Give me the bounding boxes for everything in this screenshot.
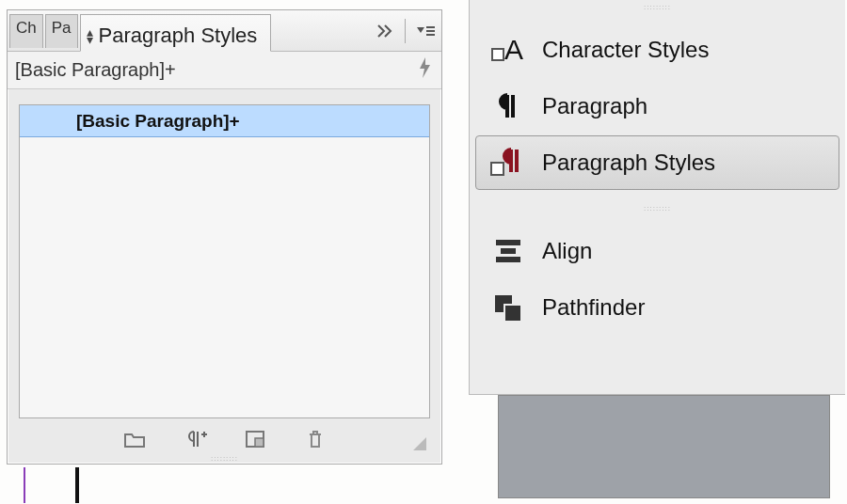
dock-item-align[interactable]: Align	[475, 224, 839, 278]
dock-item-character-styles[interactable]: A Character Styles	[475, 23, 839, 77]
svg-rect-0	[426, 26, 435, 28]
dock-item-pathfinder[interactable]: Pathfinder	[475, 280, 839, 335]
tab-collapse-arrows-icon[interactable]: ▴▾	[87, 28, 93, 43]
pathfinder-icon	[491, 291, 525, 324]
dock-item-label: Pathfinder	[542, 294, 645, 321]
document-edge-frame	[75, 467, 79, 503]
dock-group-object: Align Pathfinder	[470, 218, 845, 346]
panel-tab-strip: Ch Pa ▴▾ Paragraph Styles	[8, 10, 441, 52]
dock-item-label: Paragraph Styles	[542, 150, 715, 176]
expand-panel-icon[interactable]	[375, 20, 397, 42]
panel-header-controls	[375, 10, 436, 52]
paragraph-styles-icon	[491, 146, 525, 180]
dock-item-paragraph-styles[interactable]: Paragraph Styles	[475, 135, 839, 190]
quick-apply-icon[interactable]	[417, 56, 432, 85]
svg-rect-5	[492, 49, 503, 60]
collapsed-tab[interactable]: Pa	[45, 14, 78, 48]
clear-overrides-icon[interactable]	[243, 428, 267, 450]
paragraph-icon	[491, 89, 525, 123]
svg-rect-4	[255, 438, 264, 447]
dock-group-grip-icon[interactable]: :::::::::	[470, 201, 845, 218]
style-group-folder-icon[interactable]	[122, 428, 147, 450]
dock-item-label: Paragraph	[542, 93, 647, 119]
dock-item-paragraph[interactable]: Paragraph	[475, 79, 839, 134]
dock-item-label: Align	[542, 238, 592, 264]
current-style-readout: [Basic Paragraph]+	[8, 52, 441, 89]
new-style-icon[interactable]	[183, 428, 207, 450]
styles-list[interactable]: [Basic Paragraph]+	[19, 104, 430, 418]
svg-rect-1	[426, 30, 435, 32]
active-tab-paragraph-styles[interactable]: ▴▾ Paragraph Styles	[80, 14, 272, 52]
document-edge-guide	[24, 467, 25, 503]
align-icon	[491, 234, 525, 268]
docked-panel-placeholder	[498, 395, 830, 498]
svg-rect-2	[426, 34, 435, 36]
svg-rect-9	[504, 305, 521, 322]
current-style-label: [Basic Paragraph]+	[15, 59, 176, 81]
delete-style-trash-icon[interactable]	[303, 428, 328, 450]
resize-grip-icon[interactable]	[409, 433, 426, 450]
right-dock: ::::::::: A Character Styles Paragraph	[469, 0, 845, 395]
style-row-basic-paragraph[interactable]: [Basic Paragraph]+	[20, 105, 429, 137]
collapsed-tab[interactable]: Ch	[9, 14, 43, 48]
style-row-label: [Basic Paragraph]+	[76, 111, 240, 132]
svg-text:A: A	[504, 34, 523, 65]
paragraph-styles-panel: Ch Pa ▴▾ Paragraph Styles [Bas	[7, 9, 442, 465]
dock-drag-grip-icon[interactable]: :::::::::	[470, 0, 845, 17]
character-styles-icon: A	[491, 33, 525, 67]
panel-drag-grip-icon[interactable]: :::::::::	[211, 454, 238, 463]
active-tab-label: Paragraph Styles	[99, 24, 258, 48]
panel-footer	[19, 424, 430, 454]
dock-item-label: Character Styles	[542, 37, 709, 63]
panel-menu-icon[interactable]	[413, 20, 436, 42]
dock-group-type: A Character Styles Paragraph Paragraph S…	[470, 17, 845, 201]
svg-rect-7	[491, 163, 503, 175]
separator	[405, 19, 406, 43]
